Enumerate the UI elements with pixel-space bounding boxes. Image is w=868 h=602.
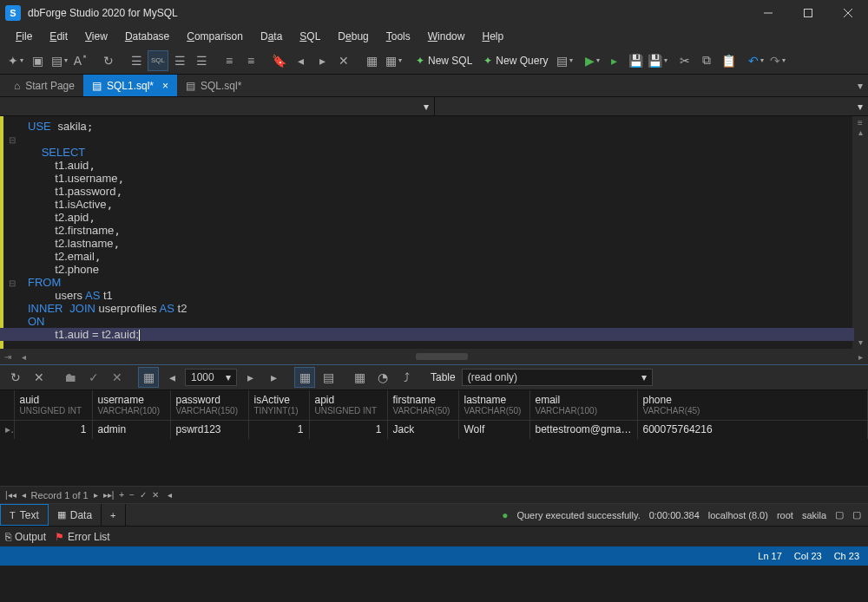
chevron-right-icon[interactable]: ▸ — [852, 352, 868, 362]
col-isactive[interactable]: isActiveTINYINT(1) — [248, 390, 309, 420]
scroll-left-handle-icon[interactable]: ⇥ — [0, 352, 16, 362]
nav-add-icon[interactable]: + — [119, 490, 124, 500]
col-auid[interactable]: auidUNSIGNED INT — [14, 390, 92, 420]
menu-comparison[interactable]: Comparison — [178, 30, 252, 43]
font-icon[interactable]: A˟ — [70, 50, 91, 71]
copy-icon[interactable]: ⧉ — [696, 50, 717, 71]
code-content[interactable]: USE sakila; SELECT t1.auid, t1.username,… — [21, 116, 852, 349]
new-sql-button[interactable]: ✦New SQL — [411, 55, 477, 67]
chart-icon[interactable]: ◔ — [372, 367, 393, 388]
col-phone[interactable]: phoneVARCHAR(45) — [637, 390, 868, 420]
minimize-button[interactable] — [748, 0, 788, 26]
chevron-up-icon[interactable]: ▴ — [858, 128, 863, 137]
last-page-icon[interactable]: ▸ — [263, 367, 284, 388]
editor-vertical-scrollbar[interactable]: ≡ ▴ ▾ — [852, 116, 868, 349]
tab-text-view[interactable]: TText — [0, 504, 49, 526]
clear-bookmark-icon[interactable]: ✕ — [333, 50, 354, 71]
collapse-icon[interactable]: ⊟ — [9, 278, 16, 288]
left-split-dropdown[interactable]: ▾ — [0, 97, 435, 115]
grid-view-icon[interactable]: ▦ — [294, 367, 315, 388]
nav-last-icon[interactable]: ▸▸| — [103, 490, 115, 500]
grid-icon[interactable]: ▦ — [361, 50, 382, 71]
table-row[interactable]: ▸ 1 admin pswrd123 1 1 Jack Wolf bettest… — [0, 420, 868, 439]
menu-database[interactable]: Database — [116, 30, 178, 43]
tab-sql1[interactable]: ▤SQL1.sql*× — [83, 75, 177, 96]
collapse-icon[interactable]: ⊟ — [9, 135, 16, 145]
nav-delete-icon[interactable]: − — [129, 490, 135, 500]
scroll-split-icon[interactable]: ≡ — [858, 118, 863, 128]
nav-prev-icon[interactable]: ◂ — [22, 490, 26, 500]
menu-edit[interactable]: Edit — [41, 30, 76, 43]
paste-icon[interactable]: 📋 — [718, 50, 739, 71]
open-icon[interactable]: ▣ — [27, 50, 48, 71]
col-lastname[interactable]: lastnameVARCHAR(50) — [458, 390, 529, 420]
first-page-icon[interactable]: ◂ — [161, 367, 182, 388]
col-username[interactable]: usernameVARCHAR(100) — [92, 390, 170, 420]
tab-sql2[interactable]: ▤SQL.sql* — [177, 75, 250, 96]
table-select[interactable]: (read only)▾ — [462, 369, 653, 386]
layout-toggle-icon[interactable]: ▢ — [835, 509, 844, 520]
col-password[interactable]: passwordVARCHAR(150) — [170, 390, 248, 420]
tab-close-icon[interactable]: × — [162, 80, 168, 92]
save-icon[interactable]: 💾 — [625, 50, 646, 71]
refresh-results-icon[interactable]: ↻ — [5, 367, 26, 388]
card-view-icon[interactable]: ▤ — [318, 367, 339, 388]
scroll-thumb[interactable] — [416, 353, 468, 360]
save-all-icon[interactable]: 💾 — [647, 50, 667, 71]
menu-debug[interactable]: Debug — [329, 30, 377, 43]
refresh-icon[interactable]: ↻ — [98, 50, 119, 71]
apply-icon[interactable]: ✓ — [83, 367, 104, 388]
nav-next-icon[interactable]: ▸ — [94, 490, 98, 500]
layout-icon[interactable]: ▦ — [383, 50, 404, 71]
layout-toggle2-icon[interactable]: ▢ — [852, 509, 861, 520]
col-apid[interactable]: apidUNSIGNED INT — [309, 390, 387, 420]
cut-icon[interactable]: ✂ — [674, 50, 695, 71]
tab-start-page[interactable]: ⌂Start Page — [5, 75, 83, 96]
run-icon[interactable]: ▶ — [582, 50, 602, 71]
menu-data[interactable]: Data — [252, 30, 291, 43]
menu-help[interactable]: Help — [473, 30, 512, 43]
outdent-icon[interactable]: ☰ — [169, 50, 190, 71]
page-mode-icon[interactable]: ▦ — [138, 367, 159, 388]
right-split-dropdown[interactable]: ▾ — [435, 97, 869, 115]
tab-overflow-icon[interactable]: ▾ — [852, 75, 868, 96]
tab-add-view[interactable]: + — [102, 504, 125, 526]
close-button[interactable] — [828, 0, 868, 26]
menu-view[interactable]: View — [76, 30, 116, 43]
col-email[interactable]: emailVARCHAR(100) — [529, 390, 637, 420]
nav-first-icon[interactable]: |◂◂ — [5, 490, 16, 500]
chevron-left-icon[interactable]: ◂ — [16, 352, 31, 362]
align-left-icon[interactable]: ≡ — [219, 50, 240, 71]
editor-horizontal-scrollbar[interactable]: ⇥ ◂ ▸ — [0, 349, 868, 364]
sql-mode-icon[interactable]: SQL — [148, 50, 168, 71]
page-size-select[interactable]: 1000▾ — [185, 369, 237, 386]
maximize-button[interactable] — [788, 0, 828, 26]
menu-window[interactable]: Window — [419, 30, 474, 43]
tab-data-view[interactable]: ▦Data — [49, 504, 102, 526]
format-icon[interactable]: ☰ — [191, 50, 212, 71]
align-right-icon[interactable]: ≡ — [240, 50, 261, 71]
chevron-down-icon[interactable]: ▾ — [858, 337, 863, 347]
undo-icon[interactable]: ↶ — [746, 50, 766, 71]
next-page-icon[interactable]: ▸ — [240, 367, 260, 388]
prev-bookmark-icon[interactable]: ◂ — [290, 50, 311, 71]
nav-scroll-left-icon[interactable]: ◂ — [168, 490, 172, 500]
menu-file[interactable]: File — [7, 30, 41, 43]
redo-icon[interactable]: ↷ — [767, 50, 788, 71]
menu-sql[interactable]: SQL — [291, 30, 329, 43]
revert-icon[interactable]: ✕ — [107, 367, 128, 388]
tab-output[interactable]: ⎘Output — [5, 531, 46, 543]
run-step-icon[interactable]: ▸ — [603, 50, 624, 71]
project-icon[interactable]: ▤ — [49, 50, 69, 71]
col-firstname[interactable]: firstnameVARCHAR(50) — [387, 390, 458, 420]
pivot-icon[interactable]: ▦ — [349, 367, 370, 388]
new-query-button[interactable]: ✦New Query — [478, 55, 553, 67]
cancel-icon[interactable]: ✕ — [29, 367, 49, 388]
commit-icon[interactable]: 🖿 — [60, 367, 81, 388]
tab-error-list[interactable]: ⚑Error List — [55, 531, 110, 543]
bookmark-icon[interactable]: 🔖 — [268, 50, 289, 71]
indent-icon[interactable]: ☰ — [126, 50, 147, 71]
menu-tools[interactable]: Tools — [378, 30, 419, 43]
execute-dropdown-icon[interactable]: ▤ — [554, 50, 575, 71]
next-bookmark-icon[interactable]: ▸ — [312, 50, 332, 71]
